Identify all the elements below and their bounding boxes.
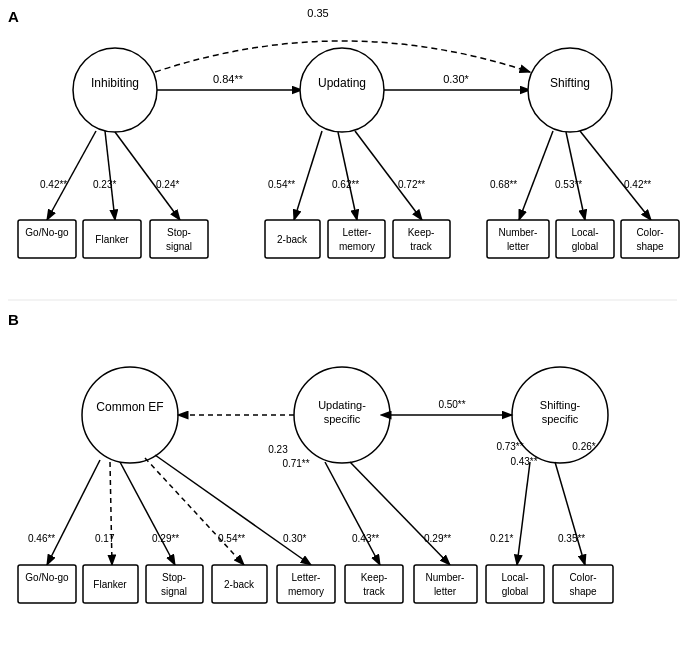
label-shiftingspecific-1: Shifting-	[540, 399, 581, 411]
box-localglobal-b-label2: global	[502, 586, 529, 597]
label-updatingspecific-2: specific	[324, 413, 361, 425]
box-numberletter-b-label2: letter	[434, 586, 457, 597]
box-gonogo-a-label: Go/No-go	[25, 227, 69, 238]
arrow-inh-flanker	[105, 131, 115, 220]
plabel-a-5: 0.62**	[332, 179, 359, 190]
label-shiftingspecific-2: specific	[542, 413, 579, 425]
box-colorshape-b-label2: shape	[569, 586, 597, 597]
box-gonogo-b-label: Go/No-go	[25, 572, 69, 583]
box-stopsignal-b-label2: signal	[161, 586, 187, 597]
circle-commonef	[82, 367, 178, 463]
blabel-6: 0.26*	[572, 441, 595, 452]
box-numberletter-b-label1: Number-	[426, 572, 465, 583]
arrow-upd-keeptrack-b	[325, 462, 380, 565]
arrow-shift-colorshape	[580, 131, 651, 220]
box-colorshape-b	[553, 565, 613, 603]
plabel-b-1: 0.46**	[28, 533, 55, 544]
plabel-a-2: 0.23*	[93, 179, 116, 190]
plabel-a-3: 0.24*	[156, 179, 179, 190]
box-colorshape-b-label1: Color-	[569, 572, 596, 583]
box-flanker-a-label: Flanker	[95, 234, 129, 245]
box-lettermemory-b-label1: Letter-	[292, 572, 321, 583]
circle-updating	[300, 48, 384, 132]
box-stopsignal-a-label1: Stop-	[167, 227, 191, 238]
box-localglobal-a-label1: Local-	[571, 227, 598, 238]
main-svg: A 0.35 0.84** 0.30* Inhibiting Updating …	[0, 0, 685, 666]
arrow-shift-colorshape-b	[555, 462, 585, 565]
box-localglobal-b-label1: Local-	[501, 572, 528, 583]
blabel-3: 0.50**	[438, 399, 465, 410]
box-gonogo-a	[18, 220, 76, 258]
box-lettermemory-a	[328, 220, 385, 258]
circle-inhibiting	[73, 48, 157, 132]
plabel-b-4: 0.54**	[218, 533, 245, 544]
arrow-upd-lettermemory	[338, 132, 357, 220]
plabel-b-7: 0.29**	[424, 533, 451, 544]
diagram-container: A 0.35 0.84** 0.30* Inhibiting Updating …	[0, 0, 685, 666]
blabel-4: 0.73**	[496, 441, 523, 452]
plabel-b-5: 0.30*	[283, 533, 306, 544]
box-colorshape-a-label1: Color-	[636, 227, 663, 238]
box-colorshape-a	[621, 220, 679, 258]
blabel-2: 0.71**	[282, 458, 309, 469]
plabel-a-9: 0.42**	[624, 179, 651, 190]
arrow-shift-localglobal-b	[517, 462, 530, 565]
plabel-b-2: 0.17	[95, 533, 115, 544]
plabel-b-6: 0.43**	[352, 533, 379, 544]
box-keeptrack-a-label1: Keep-	[408, 227, 435, 238]
box-twoback-b-label: 2-back	[224, 579, 255, 590]
label-updatingspecific-1: Updating-	[318, 399, 366, 411]
arrow-upd-keeptrack	[355, 131, 422, 220]
plabel-a-1: 0.42**	[40, 179, 67, 190]
box-numberletter-b	[414, 565, 477, 603]
box-flanker-b-label: Flanker	[93, 579, 127, 590]
label-updating: Updating	[318, 76, 366, 90]
box-stopsignal-a-label2: signal	[166, 241, 192, 252]
plabel-b-9: 0.35**	[558, 533, 585, 544]
arrow-common-lettermemory	[155, 455, 311, 565]
box-keeptrack-a-label2: track	[410, 241, 433, 252]
box-twoback-a-label: 2-back	[277, 234, 308, 245]
plabel-b-3: 0.29**	[152, 533, 179, 544]
arrow-inh-stopsignal	[115, 132, 180, 220]
blabel-5: 0.43**	[510, 456, 537, 467]
arrow-common-stopsignal	[120, 462, 175, 565]
box-localglobal-a	[556, 220, 614, 258]
panel-b-label: B	[8, 311, 19, 328]
panel-a-label: A	[8, 8, 19, 25]
box-numberletter-a	[487, 220, 549, 258]
box-localglobal-b	[486, 565, 544, 603]
plabel-a-8: 0.53**	[555, 179, 582, 190]
box-keeptrack-a	[393, 220, 450, 258]
box-keeptrack-b-label2: track	[363, 586, 386, 597]
box-lettermemory-b	[277, 565, 335, 603]
box-numberletter-a-label2: letter	[507, 241, 530, 252]
plabel-a-7: 0.68**	[490, 179, 517, 190]
label-inhibiting: Inhibiting	[91, 76, 139, 90]
box-lettermemory-b-label2: memory	[288, 586, 324, 597]
arrow-upd-twoback	[294, 131, 322, 220]
arrow-common-gonogo	[47, 460, 100, 565]
arrow-inh-gonogo	[47, 131, 96, 220]
label-shifting: Shifting	[550, 76, 590, 90]
box-keeptrack-b	[345, 565, 403, 603]
box-lettermemory-a-label2: memory	[339, 241, 375, 252]
box-colorshape-a-label2: shape	[636, 241, 664, 252]
box-lettermemory-a-label1: Letter-	[343, 227, 372, 238]
box-stopsignal-b	[146, 565, 203, 603]
label-upd-shift: 0.30*	[443, 73, 469, 85]
box-stopsignal-b-label1: Stop-	[162, 572, 186, 583]
arrow-upd-numberletter-b	[350, 462, 450, 565]
plabel-a-6: 0.72**	[398, 179, 425, 190]
arrow-common-twoback	[145, 458, 244, 565]
blabel-1: 0.23	[268, 444, 288, 455]
arrow-shift-localglobal	[566, 132, 585, 220]
label-inh-upd: 0.84**	[213, 73, 244, 85]
plabel-a-4: 0.54**	[268, 179, 295, 190]
arrow-shift-numberletter	[519, 131, 553, 220]
label-inhibiting-shifting: 0.35	[307, 7, 328, 19]
box-gonogo-b	[18, 565, 76, 603]
plabel-b-8: 0.21*	[490, 533, 513, 544]
box-stopsignal-a	[150, 220, 208, 258]
box-numberletter-a-label1: Number-	[499, 227, 538, 238]
